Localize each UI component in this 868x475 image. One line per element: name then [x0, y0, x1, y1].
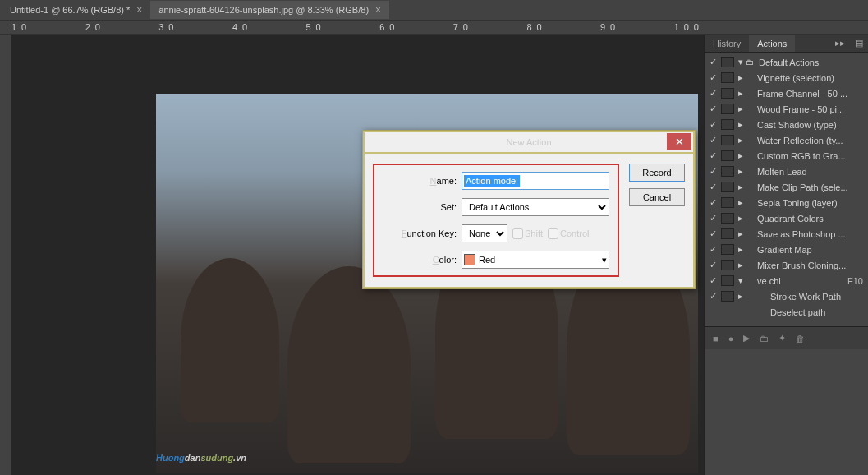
folder-icon: 🗀 [746, 58, 757, 67]
twirl-icon[interactable]: ▸ [736, 150, 746, 161]
dialog-title-bar[interactable]: New Action ✕ [363, 131, 695, 152]
cancel-button[interactable]: Cancel [629, 188, 685, 206]
action-list[interactable]: ✓ ▾ 🗀 Default Actions ✓▸Vignette (select… [705, 53, 868, 321]
check-icon[interactable]: ✓ [706, 166, 719, 177]
function-key-select[interactable]: None [462, 224, 507, 242]
check-icon[interactable]: ✓ [706, 213, 719, 224]
twirl-icon[interactable]: ▸ [736, 260, 746, 270]
action-row[interactable]: ✓▸Gradient Map [705, 242, 868, 257]
action-row-custom[interactable]: ✓ ▾ ve chi F10 [705, 273, 868, 288]
canvas-area[interactable]: Huongdansudung.vn New Action ✕ Name: Act… [0, 35, 704, 475]
action-row[interactable]: ✓▸Custom RGB to Gra... [705, 148, 868, 164]
dialog-toggle-icon[interactable] [721, 182, 734, 192]
close-icon[interactable]: × [375, 4, 381, 16]
check-icon[interactable]: ✓ [706, 57, 719, 67]
check-icon[interactable]: ✓ [706, 88, 719, 99]
action-label: Cast Shadow (type) [746, 120, 866, 130]
dialog-toggle-icon[interactable] [721, 291, 734, 302]
dialog-title: New Action [506, 137, 551, 147]
check-icon[interactable]: ✓ [706, 260, 719, 270]
action-row[interactable]: ✓▸Frame Channel - 50 ... [705, 85, 868, 101]
stop-icon[interactable]: ■ [713, 334, 719, 344]
action-row[interactable]: ✓▸Mixer Brush Cloning... [705, 257, 868, 273]
action-row[interactable]: ✓▸Make Clip Path (sele... [705, 179, 868, 195]
action-row[interactable]: ✓▸Quadrant Colors [705, 210, 868, 226]
check-icon[interactable]: ✓ [706, 104, 719, 114]
action-step-row[interactable]: ✓ ▸ Stroke Work Path [705, 288, 868, 304]
check-icon[interactable]: ✓ [706, 72, 719, 83]
dialog-toggle-icon[interactable] [721, 244, 734, 255]
twirl-icon[interactable]: ▸ [736, 213, 746, 224]
close-icon[interactable]: × [136, 4, 142, 16]
dialog-toggle-icon[interactable] [721, 213, 734, 224]
panel-menu-icon[interactable]: ▤ [850, 38, 868, 48]
twirl-icon[interactable]: ▸ [736, 182, 746, 192]
shift-checkbox[interactable]: Shift [512, 228, 543, 239]
check-icon[interactable]: ✓ [706, 150, 719, 161]
dialog-toggle-icon[interactable] [721, 150, 734, 161]
dialog-toggle-icon[interactable] [721, 166, 734, 177]
twirl-icon[interactable]: ▸ [736, 72, 746, 83]
dialog-toggle-icon[interactable] [721, 119, 734, 130]
tab-history[interactable]: History [705, 35, 749, 52]
check-icon[interactable]: ✓ [706, 135, 719, 145]
action-row[interactable]: ✓▸Water Reflection (ty... [705, 132, 868, 148]
document-tab-label: Untitled-1 @ 66.7% (RGB/8) * [10, 5, 130, 15]
record-icon[interactable]: ● [728, 334, 734, 344]
action-row[interactable]: ✓▸Cast Shadow (type) [705, 117, 868, 132]
action-label: Save as Photoshop ... [746, 229, 866, 239]
set-select[interactable]: Default Actions [462, 198, 609, 216]
dialog-toggle-icon[interactable] [721, 260, 734, 270]
check-icon[interactable]: ✓ [706, 275, 719, 286]
twirl-icon[interactable]: ▸ [736, 228, 746, 239]
twirl-icon[interactable]: ▾ [736, 57, 746, 67]
dialog-toggle-icon[interactable] [721, 135, 734, 145]
twirl-icon[interactable]: ▸ [736, 291, 746, 302]
twirl-icon[interactable]: ▸ [736, 135, 746, 145]
twirl-icon[interactable]: ▸ [736, 244, 746, 255]
action-row[interactable]: ✓▸Molten Lead [705, 164, 868, 179]
check-icon[interactable]: ✓ [706, 119, 719, 130]
action-label: Wood Frame - 50 pi... [746, 104, 866, 114]
action-row[interactable]: ✓▸Save as Photoshop ... [705, 226, 868, 242]
twirl-icon[interactable]: ▸ [736, 119, 746, 130]
action-step-row[interactable]: Deselect path [705, 304, 868, 320]
record-button[interactable]: Record [629, 164, 685, 182]
dialog-toggle-icon[interactable] [721, 88, 734, 99]
vertical-ruler [0, 35, 11, 475]
dialog-toggle-icon[interactable] [721, 197, 734, 208]
dialog-toggle-icon[interactable] [721, 72, 734, 83]
document-tab-1[interactable]: Untitled-1 @ 66.7% (RGB/8) * × [2, 1, 150, 19]
dialog-toggle-icon[interactable] [721, 275, 734, 286]
check-icon[interactable]: ✓ [706, 228, 719, 239]
control-checkbox[interactable]: Control [548, 228, 589, 239]
action-row[interactable]: ✓▸Wood Frame - 50 pi... [705, 101, 868, 117]
delete-icon[interactable]: 🗑 [796, 334, 805, 344]
play-icon[interactable]: ▶ [743, 333, 750, 344]
new-set-icon[interactable]: 🗀 [760, 334, 769, 344]
tab-actions[interactable]: Actions [749, 35, 795, 52]
action-label: Frame Channel - 50 ... [746, 89, 866, 99]
action-row[interactable]: ✓▸Vignette (selection) [705, 70, 868, 85]
twirl-icon[interactable]: ▸ [736, 197, 746, 208]
name-input[interactable]: Action model [462, 172, 609, 190]
twirl-icon[interactable]: ▸ [736, 166, 746, 177]
dialog-toggle-icon[interactable] [721, 57, 734, 67]
color-select[interactable]: Red ▾ [462, 251, 609, 269]
dialog-toggle-icon[interactable] [721, 228, 734, 239]
ruler-corner [0, 21, 11, 35]
action-row[interactable]: ✓▸Sepia Toning (layer) [705, 195, 868, 210]
dialog-toggle-icon[interactable] [721, 104, 734, 114]
twirl-icon[interactable]: ▸ [736, 88, 746, 99]
check-icon[interactable]: ✓ [706, 197, 719, 208]
twirl-icon[interactable]: ▾ [736, 275, 746, 286]
document-tab-2[interactable]: annie-spratt-604126-unsplash.jpg @ 8.33%… [150, 1, 389, 19]
action-set-row[interactable]: ✓ ▾ 🗀 Default Actions [705, 54, 868, 70]
check-icon[interactable]: ✓ [706, 182, 719, 192]
new-action-icon[interactable]: ✦ [778, 333, 786, 344]
check-icon[interactable]: ✓ [706, 291, 719, 302]
check-icon[interactable]: ✓ [706, 244, 719, 255]
twirl-icon[interactable]: ▸ [736, 104, 746, 114]
collapse-icon[interactable]: ▸▸ [830, 38, 850, 48]
close-button[interactable]: ✕ [667, 133, 691, 150]
